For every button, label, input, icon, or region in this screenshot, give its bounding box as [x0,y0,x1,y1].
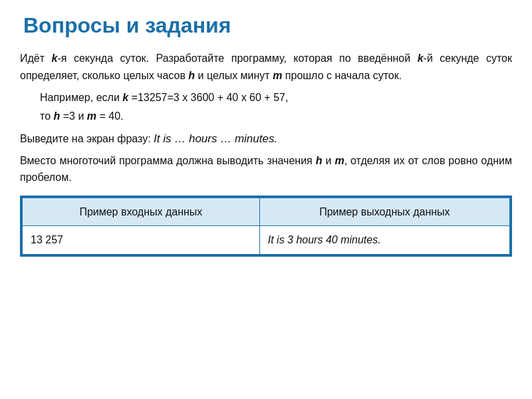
table-cell-output: It is 3 hours 40 minutes. [259,226,510,255]
example-h: h [54,110,61,122]
intro-text-2: -я секунда суток. Разработайте программу… [57,53,417,64]
var-m-1: m [273,70,282,81]
table-header-row: Пример входных данных Пример выходных да… [22,198,510,226]
output-phrase: It is … hours … minutes. [154,132,277,145]
replace-mid: и [323,155,335,166]
output-phrase-line: Выведите на экран фразу: It is … hours …… [20,130,512,148]
intro-text-5: прошло с начала суток. [282,70,402,81]
example-line-2: то h =3 и m = 40. [20,108,512,125]
var-m-2: m [334,155,344,166]
example-line-1: Например, если k =13257=3 х 3600 + 40 х … [20,89,512,106]
table-row: 13 257 It is 3 hours 40 minutes. [22,226,510,255]
replace-paragraph: Вместо многоточий программа должна вывод… [20,152,512,186]
example-m: m [87,110,96,122]
examples-table-container: Пример входных данных Пример выходных да… [20,196,512,257]
content-block: Идёт k-я секунда суток. Разработайте про… [20,50,512,257]
example-value: =13257=3 х 3600 + 40 х 60 + 57, [128,92,288,103]
intro-text-4: и целых минут [195,70,273,81]
output-label: Выведите на экран фразу: [20,133,154,144]
var-h-2: h [316,155,323,166]
examples-table: Пример входных данных Пример выходных да… [21,197,511,255]
example-section: Например, если k =13257=3 х 3600 + 40 х … [20,89,512,124]
example-result-mid: =3 и [60,110,87,122]
table-cell-input: 13 257 [22,226,259,255]
example-k: k [122,92,128,103]
replace-text-pre: Вместо многоточий программа должна вывод… [20,155,316,166]
intro-text-1: Идёт [20,53,52,64]
var-h-1: h [188,70,195,81]
example-result-pre: то [40,110,54,122]
var-k-2: k [418,53,424,64]
example-label: Например, если [40,92,122,103]
table-header-input: Пример входных данных [22,198,259,226]
table-header-output: Пример выходных данных [259,198,510,226]
intro-paragraph: Идёт k-я секунда суток. Разработайте про… [20,50,512,84]
example-result-end: = 40. [96,110,123,122]
page-title: Вопросы и задания [20,13,512,38]
